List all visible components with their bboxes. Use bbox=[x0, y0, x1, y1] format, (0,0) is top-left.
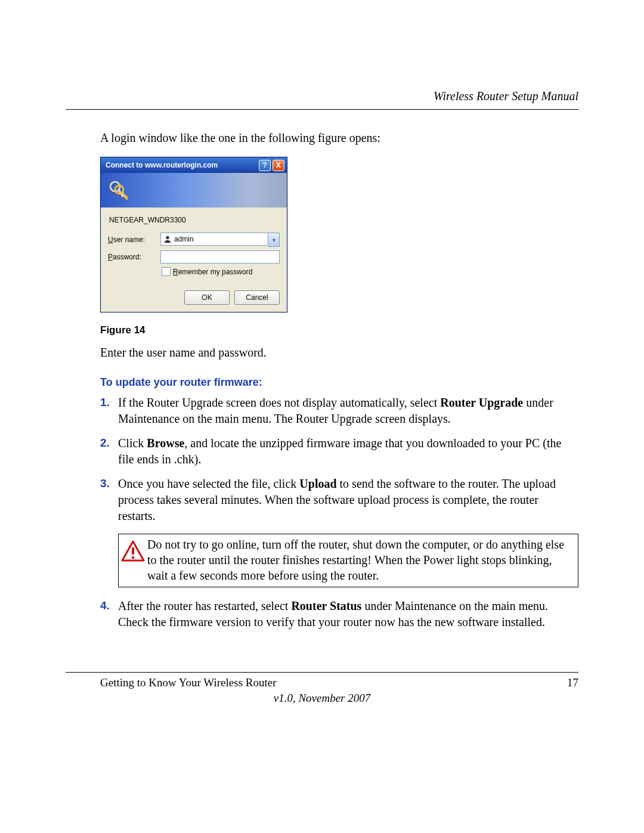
svg-point-5 bbox=[166, 236, 169, 239]
warning-text: Do not try to go online, turn off the ro… bbox=[147, 534, 578, 587]
steps-list-cont: After the router has restarted, select R… bbox=[100, 598, 578, 630]
body-column: A login window like the one in the follo… bbox=[66, 130, 578, 630]
after-figure-paragraph: Enter the user name and password. bbox=[100, 345, 578, 361]
username-row: User name: admin ▾ bbox=[108, 233, 280, 247]
step-4: After the router has restarted, select R… bbox=[100, 598, 578, 630]
password-label: Password: bbox=[108, 253, 160, 261]
titlebar-buttons: ? X bbox=[259, 160, 284, 171]
warning-box: Do not try to go online, turn off the ro… bbox=[118, 534, 578, 587]
warning-icon-cell bbox=[119, 534, 147, 562]
user-icon bbox=[163, 235, 172, 243]
username-label: User name: bbox=[108, 236, 160, 244]
remember-label: Remember my password bbox=[173, 268, 252, 276]
footer-section: Getting to Know Your Wireless Router bbox=[100, 676, 276, 689]
dialog-button-row: OK Cancel bbox=[108, 290, 280, 305]
remember-checkbox[interactable] bbox=[162, 267, 171, 276]
manual-page: Wireless Router Setup Manual A login win… bbox=[0, 0, 644, 833]
login-dialog-figure: Connect to www.routerlogin.com ? X NETGE… bbox=[100, 157, 287, 312]
running-header: Wireless Router Setup Manual bbox=[66, 89, 578, 110]
section-heading: To update your router firmware: bbox=[100, 376, 578, 389]
steps-list: If the Router Upgrade screen does not di… bbox=[100, 395, 578, 524]
close-button[interactable]: X bbox=[273, 160, 284, 171]
dialog-title: Connect to www.routerlogin.com bbox=[106, 161, 218, 169]
password-input[interactable] bbox=[160, 250, 280, 264]
step-3: Once you have selected the file, click U… bbox=[100, 476, 578, 524]
dialog-body: NETGEAR_WNDR3300 User name: admin bbox=[101, 208, 287, 312]
figure-caption: Figure 14 bbox=[100, 324, 578, 336]
dialog-realm: NETGEAR_WNDR3300 bbox=[109, 216, 280, 224]
step-1: If the Router Upgrade screen does not di… bbox=[100, 395, 578, 427]
ok-button[interactable]: OK bbox=[184, 290, 230, 305]
username-value: admin bbox=[174, 235, 194, 243]
username-input[interactable]: admin bbox=[160, 233, 268, 246]
svg-point-7 bbox=[132, 556, 135, 559]
svg-rect-6 bbox=[132, 547, 134, 555]
footer-version: v1.0, November 2007 bbox=[66, 692, 578, 705]
dialog-banner bbox=[101, 173, 287, 208]
help-button[interactable]: ? bbox=[259, 160, 271, 171]
intro-paragraph: A login window like the one in the follo… bbox=[100, 130, 578, 146]
username-dropdown[interactable]: ▾ bbox=[268, 233, 280, 247]
remember-row: Remember my password bbox=[162, 267, 280, 276]
page-footer: Getting to Know Your Wireless Router 17 … bbox=[66, 672, 578, 705]
dialog-titlebar: Connect to www.routerlogin.com ? X bbox=[101, 157, 287, 173]
keys-icon bbox=[107, 178, 131, 202]
cancel-button[interactable]: Cancel bbox=[234, 290, 280, 305]
footer-page: 17 bbox=[567, 676, 578, 689]
password-row: Password: bbox=[108, 250, 280, 264]
step-2: Click Browse, and locate the unzipped fi… bbox=[100, 435, 578, 467]
warning-icon bbox=[121, 540, 145, 562]
